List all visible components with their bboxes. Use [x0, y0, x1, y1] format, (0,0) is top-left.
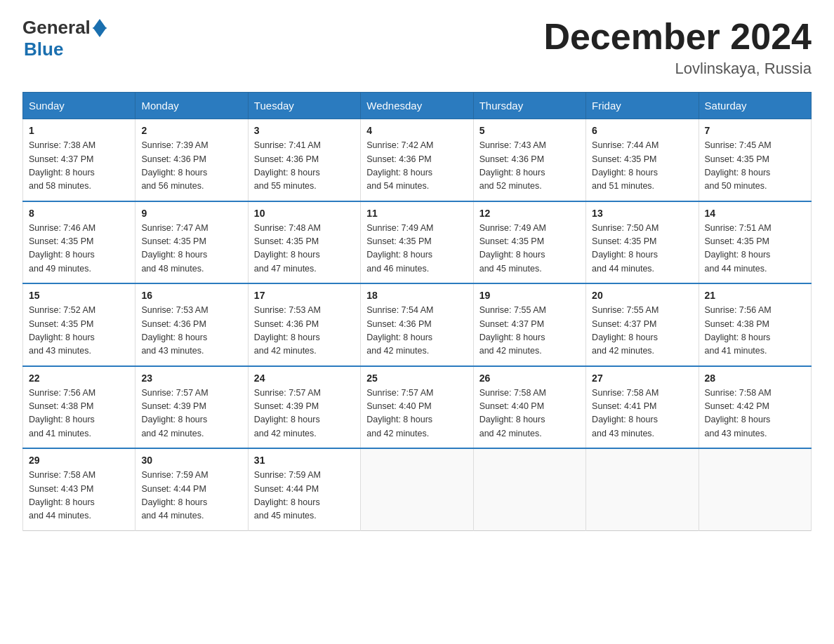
day-number: 13: [592, 208, 692, 219]
calendar-cell: 26 Sunrise: 7:58 AM Sunset: 4:40 PM Dayl…: [473, 366, 585, 449]
day-info: Sunrise: 7:49 AM Sunset: 4:35 PM Dayligh…: [366, 222, 467, 276]
day-info: Sunrise: 7:53 AM Sunset: 4:36 PM Dayligh…: [141, 304, 241, 358]
month-title: December 2024: [543, 17, 812, 57]
calendar-cell: 18 Sunrise: 7:54 AM Sunset: 4:36 PM Dayl…: [361, 283, 473, 366]
col-tuesday: Tuesday: [248, 93, 360, 119]
day-number: 22: [29, 373, 129, 384]
calendar-cell: 6 Sunrise: 7:44 AM Sunset: 4:35 PM Dayli…: [586, 119, 699, 201]
calendar-cell: 10 Sunrise: 7:48 AM Sunset: 4:35 PM Dayl…: [248, 201, 360, 284]
day-number: 26: [479, 373, 580, 384]
day-info: Sunrise: 7:59 AM Sunset: 4:44 PM Dayligh…: [141, 469, 241, 523]
day-info: Sunrise: 7:58 AM Sunset: 4:41 PM Dayligh…: [592, 387, 692, 441]
day-number: 16: [141, 290, 241, 301]
calendar-week-row-2: 8 Sunrise: 7:46 AM Sunset: 4:35 PM Dayli…: [23, 201, 812, 284]
day-info: Sunrise: 7:58 AM Sunset: 4:43 PM Dayligh…: [29, 469, 129, 523]
calendar-cell: 4 Sunrise: 7:42 AM Sunset: 4:36 PM Dayli…: [361, 119, 473, 201]
day-number: 31: [254, 455, 355, 466]
calendar-cell: 5 Sunrise: 7:43 AM Sunset: 4:36 PM Dayli…: [473, 119, 585, 201]
logo-general-text: General: [22, 17, 91, 39]
logo-blue-text: Blue: [24, 39, 107, 60]
calendar-table: Sunday Monday Tuesday Wednesday Thursday…: [22, 92, 812, 531]
calendar-cell: 19 Sunrise: 7:55 AM Sunset: 4:37 PM Dayl…: [473, 283, 585, 366]
day-number: 2: [141, 125, 241, 136]
day-info: Sunrise: 7:41 AM Sunset: 4:36 PM Dayligh…: [254, 139, 355, 194]
calendar-cell: 16 Sunrise: 7:53 AM Sunset: 4:36 PM Dayl…: [135, 283, 248, 366]
calendar-cell: 30 Sunrise: 7:59 AM Sunset: 4:44 PM Dayl…: [135, 448, 248, 530]
calendar-cell: [361, 448, 473, 530]
day-number: 18: [366, 290, 467, 301]
day-info: Sunrise: 7:58 AM Sunset: 4:40 PM Dayligh…: [479, 387, 580, 441]
col-wednesday: Wednesday: [361, 93, 473, 119]
calendar-cell: 7 Sunrise: 7:45 AM Sunset: 4:35 PM Dayli…: [699, 119, 811, 201]
day-info: Sunrise: 7:56 AM Sunset: 4:38 PM Dayligh…: [29, 387, 129, 441]
day-info: Sunrise: 7:57 AM Sunset: 4:39 PM Dayligh…: [254, 387, 355, 441]
day-info: Sunrise: 7:50 AM Sunset: 4:35 PM Dayligh…: [592, 222, 692, 276]
day-info: Sunrise: 7:45 AM Sunset: 4:35 PM Dayligh…: [705, 139, 805, 194]
calendar-cell: 13 Sunrise: 7:50 AM Sunset: 4:35 PM Dayl…: [586, 201, 699, 284]
day-number: 27: [592, 373, 692, 384]
day-number: 23: [141, 373, 241, 384]
day-number: 10: [254, 208, 355, 219]
day-info: Sunrise: 7:42 AM Sunset: 4:36 PM Dayligh…: [366, 139, 467, 194]
calendar-cell: 25 Sunrise: 7:57 AM Sunset: 4:40 PM Dayl…: [361, 366, 473, 449]
day-number: 6: [592, 125, 692, 136]
day-info: Sunrise: 7:54 AM Sunset: 4:36 PM Dayligh…: [366, 304, 467, 358]
calendar-cell: 22 Sunrise: 7:56 AM Sunset: 4:38 PM Dayl…: [23, 366, 135, 449]
col-sunday: Sunday: [23, 93, 135, 119]
calendar-cell: 12 Sunrise: 7:49 AM Sunset: 4:35 PM Dayl…: [473, 201, 585, 284]
calendar-cell: 24 Sunrise: 7:57 AM Sunset: 4:39 PM Dayl…: [248, 366, 360, 449]
day-info: Sunrise: 7:56 AM Sunset: 4:38 PM Dayligh…: [705, 304, 805, 358]
day-number: 8: [29, 208, 129, 219]
day-number: 19: [479, 290, 580, 301]
calendar-cell: 23 Sunrise: 7:57 AM Sunset: 4:39 PM Dayl…: [135, 366, 248, 449]
calendar-header-row: Sunday Monday Tuesday Wednesday Thursday…: [23, 93, 812, 119]
day-info: Sunrise: 7:46 AM Sunset: 4:35 PM Dayligh…: [29, 222, 129, 276]
day-number: 1: [29, 125, 129, 136]
calendar-week-row-5: 29 Sunrise: 7:58 AM Sunset: 4:43 PM Dayl…: [23, 448, 812, 530]
day-info: Sunrise: 7:43 AM Sunset: 4:36 PM Dayligh…: [479, 139, 580, 194]
day-info: Sunrise: 7:59 AM Sunset: 4:44 PM Dayligh…: [254, 469, 355, 523]
calendar-cell: 17 Sunrise: 7:53 AM Sunset: 4:36 PM Dayl…: [248, 283, 360, 366]
day-number: 9: [141, 208, 241, 219]
day-number: 3: [254, 125, 355, 136]
day-number: 11: [366, 208, 467, 219]
day-number: 20: [592, 290, 692, 301]
day-info: Sunrise: 7:52 AM Sunset: 4:35 PM Dayligh…: [29, 304, 129, 358]
calendar-cell: 28 Sunrise: 7:58 AM Sunset: 4:42 PM Dayl…: [699, 366, 811, 449]
day-number: 28: [705, 373, 805, 384]
day-info: Sunrise: 7:57 AM Sunset: 4:40 PM Dayligh…: [366, 387, 467, 441]
calendar-cell: 21 Sunrise: 7:56 AM Sunset: 4:38 PM Dayl…: [699, 283, 811, 366]
col-saturday: Saturday: [699, 93, 811, 119]
day-info: Sunrise: 7:57 AM Sunset: 4:39 PM Dayligh…: [141, 387, 241, 441]
col-friday: Friday: [586, 93, 699, 119]
calendar-cell: 2 Sunrise: 7:39 AM Sunset: 4:36 PM Dayli…: [135, 119, 248, 201]
location-title: Lovlinskaya, Russia: [543, 60, 812, 78]
calendar-week-row-4: 22 Sunrise: 7:56 AM Sunset: 4:38 PM Dayl…: [23, 366, 812, 449]
day-info: Sunrise: 7:39 AM Sunset: 4:36 PM Dayligh…: [141, 139, 241, 194]
calendar-cell: [473, 448, 585, 530]
day-info: Sunrise: 7:38 AM Sunset: 4:37 PM Dayligh…: [29, 139, 129, 194]
day-info: Sunrise: 7:47 AM Sunset: 4:35 PM Dayligh…: [141, 222, 241, 276]
day-number: 29: [29, 455, 129, 466]
title-section: December 2024 Lovlinskaya, Russia: [543, 17, 812, 78]
calendar-cell: 27 Sunrise: 7:58 AM Sunset: 4:41 PM Dayl…: [586, 366, 699, 449]
calendar-cell: 14 Sunrise: 7:51 AM Sunset: 4:35 PM Dayl…: [699, 201, 811, 284]
day-info: Sunrise: 7:51 AM Sunset: 4:35 PM Dayligh…: [705, 222, 805, 276]
day-info: Sunrise: 7:53 AM Sunset: 4:36 PM Dayligh…: [254, 304, 355, 358]
calendar-cell: 3 Sunrise: 7:41 AM Sunset: 4:36 PM Dayli…: [248, 119, 360, 201]
calendar-week-row-3: 15 Sunrise: 7:52 AM Sunset: 4:35 PM Dayl…: [23, 283, 812, 366]
day-info: Sunrise: 7:55 AM Sunset: 4:37 PM Dayligh…: [479, 304, 580, 358]
calendar-cell: 29 Sunrise: 7:58 AM Sunset: 4:43 PM Dayl…: [23, 448, 135, 530]
logo: General Blue: [22, 17, 107, 60]
day-number: 17: [254, 290, 355, 301]
calendar-cell: 31 Sunrise: 7:59 AM Sunset: 4:44 PM Dayl…: [248, 448, 360, 530]
day-number: 30: [141, 455, 241, 466]
calendar-cell: 15 Sunrise: 7:52 AM Sunset: 4:35 PM Dayl…: [23, 283, 135, 366]
calendar-cell: [586, 448, 699, 530]
day-info: Sunrise: 7:49 AM Sunset: 4:35 PM Dayligh…: [479, 222, 580, 276]
calendar-cell: 9 Sunrise: 7:47 AM Sunset: 4:35 PM Dayli…: [135, 201, 248, 284]
calendar-cell: 1 Sunrise: 7:38 AM Sunset: 4:37 PM Dayli…: [23, 119, 135, 201]
day-info: Sunrise: 7:58 AM Sunset: 4:42 PM Dayligh…: [705, 387, 805, 441]
day-number: 7: [705, 125, 805, 136]
day-info: Sunrise: 7:44 AM Sunset: 4:35 PM Dayligh…: [592, 139, 692, 194]
